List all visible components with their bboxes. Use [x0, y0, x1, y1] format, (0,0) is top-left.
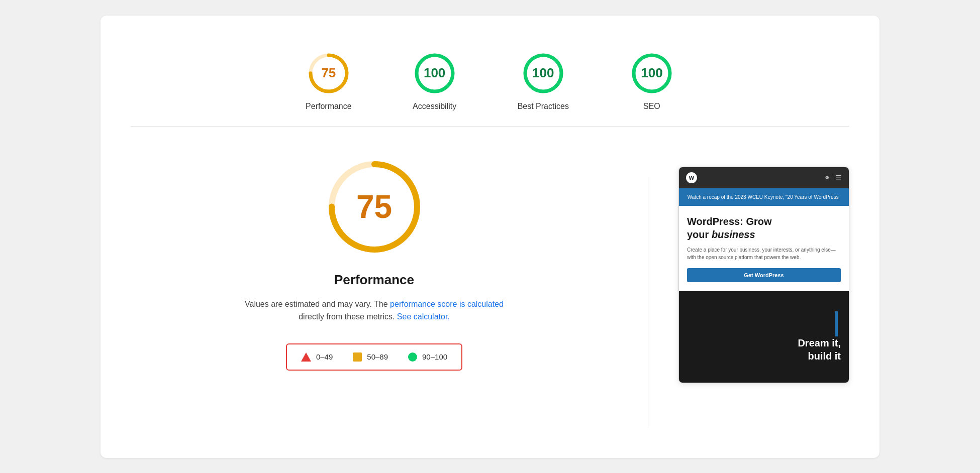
browser-bar-icons: ⚭ ☰ [824, 174, 842, 182]
browser-bar: W ⚭ ☰ [679, 167, 849, 188]
mid-range: 50–89 [367, 352, 388, 361]
calculator-link[interactable]: See calculator. [397, 312, 450, 321]
score-value-accessibility: 100 [424, 65, 445, 81]
perf-score-link[interactable]: performance score is calculated [390, 300, 504, 308]
score-value-performance: 75 [321, 65, 336, 81]
browser-heading: WordPress: Grow your business [687, 215, 841, 241]
get-wordpress-button[interactable]: Get WordPress [687, 268, 841, 282]
browser-banner: Watch a recap of the 2023 WCEU Keynote, … [679, 188, 849, 206]
wp-logo: W [686, 172, 697, 183]
main-card: 75 Performance 100 Accessibility 100 Bes… [101, 16, 879, 458]
score-label-accessibility: Accessibility [413, 102, 456, 111]
browser-body-text: Create a place for your business, your i… [687, 246, 841, 261]
browser-mockup: W ⚭ ☰ Watch a recap of the 2023 WCEU Key… [678, 167, 849, 383]
score-circle-performance: 75 [306, 51, 351, 96]
legend-item-low: 0–49 [301, 352, 333, 362]
low-range: 0–49 [316, 352, 333, 361]
browser-main-content: WordPress: Grow your business Create a p… [679, 206, 849, 291]
large-score-circle: 75 [324, 157, 425, 257]
score-label-best-practices: Best Practices [518, 102, 569, 111]
footer-accent [835, 311, 838, 336]
right-panel: W ⚭ ☰ Watch a recap of the 2023 WCEU Key… [678, 167, 849, 383]
score-item-best-practices: 100 Best Practices [518, 51, 569, 111]
left-panel: 75 Performance Values are estimated and … [131, 157, 618, 371]
score-value-best-practices: 100 [532, 65, 554, 81]
score-label-seo: SEO [643, 102, 660, 111]
score-circle-seo: 100 [629, 51, 674, 96]
legend-item-mid: 50–89 [353, 352, 388, 362]
search-icon: ⚭ [824, 174, 830, 182]
legend-box: 0–49 50–89 90–100 [286, 343, 462, 371]
main-content: 75 Performance Values are estimated and … [131, 157, 849, 428]
perf-title: Performance [334, 272, 414, 288]
score-value-seo: 100 [641, 65, 662, 81]
score-item-performance: 75 Performance [306, 51, 352, 111]
low-icon [301, 352, 311, 362]
mid-icon [353, 352, 362, 362]
score-item-seo: 100 SEO [629, 51, 674, 111]
high-range: 90–100 [422, 352, 447, 361]
scores-row: 75 Performance 100 Accessibility 100 Bes… [131, 36, 849, 127]
browser-footer: Dream it, build it [679, 291, 849, 383]
legend-item-high: 90–100 [408, 352, 447, 362]
high-icon [408, 352, 417, 362]
perf-description: Values are estimated and may vary. The p… [245, 298, 504, 323]
large-score-number: 75 [356, 188, 392, 225]
vertical-divider [648, 177, 648, 428]
score-circle-best-practices: 100 [521, 51, 566, 96]
browser-footer-text: Dream it, build it [687, 336, 841, 363]
score-label-performance: Performance [306, 102, 352, 111]
score-item-accessibility: 100 Accessibility [412, 51, 457, 111]
score-circle-accessibility: 100 [412, 51, 457, 96]
menu-icon: ☰ [835, 174, 842, 182]
